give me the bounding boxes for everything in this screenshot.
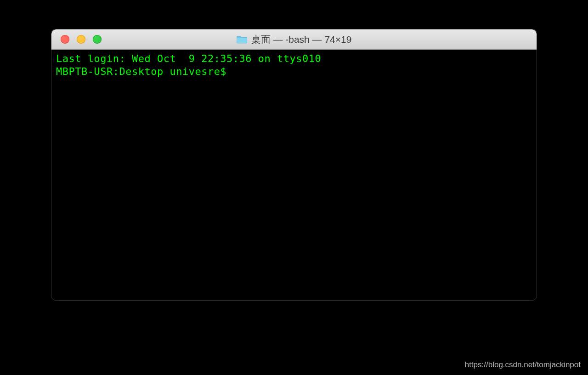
maximize-button[interactable] (93, 35, 102, 44)
traffic-lights (51, 35, 102, 44)
folder-icon (237, 35, 248, 44)
minimize-button[interactable] (77, 35, 85, 44)
terminal-output-line: Last login: Wed Oct 9 22:35:36 on ttys01… (56, 52, 532, 65)
window-title-container: 桌面 — -bash — 74×19 (237, 33, 352, 46)
terminal-prompt: MBPTB-USR:Desktop univesre$ (56, 66, 233, 77)
terminal-prompt-line: MBPTB-USR:Desktop univesre$ (56, 65, 532, 78)
watermark-text: https://blog.csdn.net/tomjackinpot (465, 360, 581, 369)
terminal-window: 桌面 — -bash — 74×19 Last login: Wed Oct 9… (51, 29, 537, 301)
title-bar[interactable]: 桌面 — -bash — 74×19 (51, 29, 537, 50)
terminal-body[interactable]: Last login: Wed Oct 9 22:35:36 on ttys01… (51, 50, 537, 80)
terminal-cursor (233, 66, 239, 77)
window-title: 桌面 — -bash — 74×19 (251, 33, 352, 46)
close-button[interactable] (61, 35, 69, 44)
